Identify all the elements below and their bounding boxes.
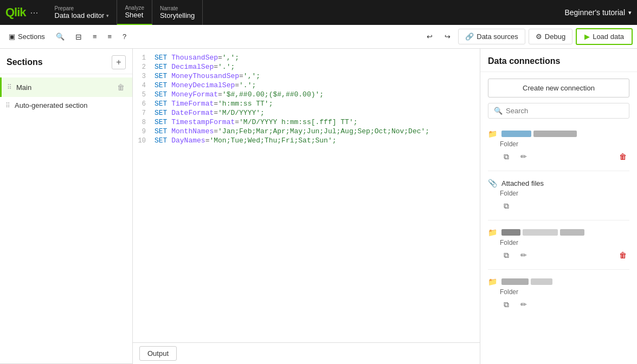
line-number: 5: [133, 90, 155, 99]
folder-icon-3: 📁: [488, 228, 497, 237]
nav-prepare-label: Prepare: [55, 5, 110, 11]
nav-prepare-arrow: ▾: [106, 13, 109, 18]
format-button[interactable]: ⊟: [71, 30, 86, 44]
folder-icon-4: 📁: [488, 277, 497, 286]
app-title-chevron: ▾: [628, 9, 632, 16]
app-title-area[interactable]: Beginner's tutorial ▾: [564, 8, 632, 17]
line-code: SET ThousandSep=',';: [155, 54, 480, 62]
indent-button[interactable]: ≡: [88, 30, 101, 43]
connection-actions-4: ⧉ ✏: [500, 298, 629, 311]
sidebar-header: Sections +: [0, 49, 132, 74]
connection-name-blur-3: [501, 229, 629, 236]
data-sources-button[interactable]: 🔗 Data sources: [458, 29, 525, 44]
line-code: SET MonthNames='Jan;Feb;Mar;Apr;May;Jun;…: [155, 127, 480, 135]
nav-analyze-title: Sheet: [125, 11, 144, 19]
line-number: 7: [133, 109, 155, 117]
line-number: 4: [133, 81, 155, 89]
search-icon: 🔍: [56, 32, 65, 41]
sidebar-item-label-main: Main: [16, 83, 111, 92]
load-data-play-icon: ▶: [584, 32, 590, 41]
indent-icon: ≡: [93, 32, 97, 41]
add-section-button[interactable]: +: [112, 55, 126, 69]
code-line: 5SET MoneyFormat='$#,##0.00;($#,##0.00)'…: [133, 90, 480, 99]
editor-area: 1SET ThousandSep=',';2SET DecimalSep='.'…: [133, 49, 480, 364]
connection-label-4: Folder: [500, 288, 629, 296]
line-code: SET MoneyDecimalSep='.';: [155, 81, 480, 89]
connection-actions-3: ⧉ ✏ 🗑: [500, 249, 629, 262]
code-line: 10SET DayNames='Mon;Tue;Wed;Thu;Fri;Sat;…: [133, 136, 480, 145]
connection-copy-button-1[interactable]: ⧉: [500, 150, 513, 163]
line-code: SET TimestampFormat='M/D/YYYY h:mm:ss[.f…: [155, 118, 480, 126]
connection-item-3: 📁 Folder ⧉ ✏ 🗑: [480, 224, 637, 266]
delete-section-main-button[interactable]: 🗑: [115, 82, 127, 93]
divider-2: [488, 220, 629, 220]
load-data-label: Load data: [593, 32, 624, 41]
toolbar-right: ↩ ↪ 🔗 Data sources ⚙ Debug ▶ Load data: [422, 28, 633, 45]
redo-icon: ↪: [445, 32, 451, 41]
search-icon-connections: 🔍: [494, 107, 503, 115]
connection-name-row-1: 📁: [488, 129, 629, 138]
sidebar-item-main[interactable]: ⠿ Main 🗑: [0, 77, 132, 97]
output-bar: Output: [133, 342, 480, 364]
code-line: 8SET TimestampFormat='M/D/YYYY h:mm:ss[.…: [133, 118, 480, 127]
nav-narrate-label: Narrate: [160, 5, 195, 11]
load-data-button[interactable]: ▶ Load data: [576, 28, 633, 45]
data-sources-label: Data sources: [477, 32, 518, 41]
search-button[interactable]: 🔍: [52, 30, 69, 43]
outdent-button[interactable]: ≡: [103, 30, 116, 43]
connection-edit-button-4[interactable]: ✏: [517, 298, 530, 311]
sidebar: Sections + ⠿ Main 🗑 ⠿ Auto-generated sec…: [0, 49, 133, 364]
app-title-text: Beginner's tutorial: [564, 8, 625, 17]
debug-label: Debug: [545, 32, 565, 41]
connections-list: 📁 Folder ⧉ ✏ 🗑 📎 Attached: [480, 125, 637, 321]
nav-prepare[interactable]: Prepare Data load editor ▾: [47, 0, 118, 25]
divider-1: [488, 171, 629, 171]
attached-copy-button[interactable]: ⧉: [500, 199, 513, 212]
code-line: 9SET MonthNames='Jan;Feb;Mar;Apr;May;Jun…: [133, 127, 480, 136]
debug-button[interactable]: ⚙ Debug: [529, 29, 572, 44]
line-code: SET MoneyThousandSep=',';: [155, 72, 480, 80]
qlik-logo: Qlik: [5, 5, 26, 20]
line-code: SET DateFormat='M/D/YYYY';: [155, 109, 480, 117]
line-number: 2: [133, 63, 155, 71]
line-number: 3: [133, 72, 155, 80]
attached-sub-label: Folder: [500, 190, 629, 197]
help-icon: ?: [123, 32, 126, 41]
line-code: SET DayNames='Mon;Tue;Wed;Thu;Fri;Sat;Su…: [155, 136, 480, 145]
connection-edit-button-1[interactable]: ✏: [517, 150, 530, 163]
nav-more-button[interactable]: ···: [30, 7, 38, 18]
connection-edit-button-3[interactable]: ✏: [517, 249, 530, 262]
connection-item-attached: 📎 Attached files Folder ⧉: [480, 174, 637, 217]
nav-analyze-label: Analyze: [125, 5, 144, 11]
undo-button[interactable]: ↩: [422, 30, 437, 43]
connection-copy-button-4[interactable]: ⧉: [500, 298, 513, 311]
nav-narrate[interactable]: Narrate Storytelling: [152, 0, 203, 25]
connection-name-row-3: 📁: [488, 228, 629, 237]
connection-delete-button-1[interactable]: 🗑: [616, 150, 629, 163]
format-icon: ⊟: [75, 32, 82, 41]
code-line: 6SET TimeFormat='h:mm:ss TT';: [133, 99, 480, 108]
redo-button[interactable]: ↪: [440, 30, 455, 43]
connections-search-input[interactable]: [506, 107, 623, 115]
create-connection-button[interactable]: Create new connection: [488, 79, 629, 98]
nav-narrate-title: Storytelling: [160, 11, 195, 20]
drag-handle-icon: ⠿: [7, 83, 12, 91]
code-editor[interactable]: 1SET ThousandSep=',';2SET DecimalSep='.'…: [133, 49, 480, 342]
connection-copy-button-3[interactable]: ⧉: [500, 249, 513, 262]
output-button[interactable]: Output: [139, 346, 177, 361]
connection-item-4: 📁 Folder ⧉ ✏: [480, 273, 637, 315]
line-number: 10: [133, 136, 155, 145]
paperclip-icon: 📎: [488, 179, 497, 187]
connection-name-blur-4: [501, 278, 629, 285]
sections-toggle-button[interactable]: ▣ Sections: [4, 30, 49, 43]
sections-panel-icon: ▣: [9, 32, 15, 41]
code-line: 1SET ThousandSep=',';: [133, 53, 480, 62]
sidebar-item-auto[interactable]: ⠿ Auto-generated section: [0, 97, 132, 114]
drag-handle-icon-auto: ⠿: [5, 102, 10, 109]
folder-icon-1: 📁: [488, 129, 497, 138]
nav-analyze[interactable]: Analyze Sheet: [117, 0, 152, 25]
connection-delete-button-3[interactable]: 🗑: [616, 249, 629, 262]
right-panel-header: Data connections: [480, 49, 637, 72]
line-number: 1: [133, 54, 155, 62]
help-button[interactable]: ?: [118, 30, 131, 43]
